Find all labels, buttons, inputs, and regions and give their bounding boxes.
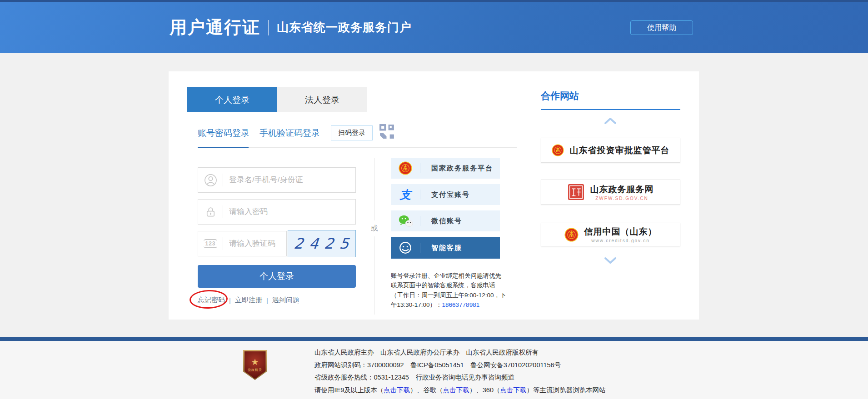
- username-input[interactable]: [223, 175, 355, 185]
- method-scan-login[interactable]: 扫码登录: [331, 125, 373, 140]
- brand: 用户通行证 山东省统一政务服务门户: [170, 2, 412, 53]
- or-divider: 或: [374, 158, 374, 315]
- username-field-group: [198, 167, 356, 193]
- customer-service-icon: [391, 240, 420, 255]
- footer-line-sponsor: 山东省人民政府主办 山东省人民政府办公厅承办 山东省人民政府版权所有: [314, 346, 605, 359]
- register-link[interactable]: 立即注册: [235, 296, 262, 305]
- tab-personal-login[interactable]: 个人登录: [187, 87, 277, 112]
- login-card: 个人登录 法人登录 账号密码登录 手机验证码登录 扫码登录: [169, 71, 699, 320]
- partners-panel: 合作网站: [541, 71, 680, 320]
- national-emblem-icon: [564, 228, 579, 242]
- or-text: 或: [370, 220, 379, 236]
- login-portal-page: 用户通行证 山东省统一政务服务门户 使用帮助 个人登录 法人登录 账号密码登录 …: [0, 0, 868, 405]
- captcha-image[interactable]: 2425: [288, 230, 356, 257]
- footer-line-hotline: 省级政务服务热线：0531-12345 行政业务咨询电话见办事咨询频道: [314, 371, 605, 384]
- chevron-up-icon[interactable]: [604, 117, 617, 125]
- red-seal-icon: [568, 184, 584, 200]
- link-separator: |: [229, 296, 231, 304]
- alt-login-national-platform[interactable]: 国家政务服务平台: [391, 158, 500, 179]
- alt-login-smart-service[interactable]: 智能客服: [391, 237, 500, 259]
- personal-login-button[interactable]: 个人登录: [198, 265, 356, 288]
- footer: ★ 党政机关 山东省人民政府主办 山东省人民政府办公厅承办 山东省人民政府版权所…: [0, 341, 868, 399]
- active-method-indicator: [198, 147, 249, 148]
- tab-corporate-login[interactable]: 法人登录: [277, 87, 367, 112]
- alipay-icon: 支: [391, 187, 420, 202]
- help-button[interactable]: 使用帮助: [630, 20, 693, 35]
- numbers-123-icon: 123: [198, 239, 223, 248]
- helper-links: 忘记密码 | 立即注册 | 遇到问题: [198, 296, 299, 305]
- government-badge-icon: ★ 党政机关: [243, 350, 267, 380]
- captcha-input[interactable]: [223, 239, 286, 248]
- chevron-down-icon[interactable]: [604, 257, 617, 264]
- forgot-password-link[interactable]: 忘记密码: [198, 296, 225, 305]
- footer-line-icp: 政府网站识别码：3700000092 鲁ICP备05051451 鲁公网安备37…: [314, 359, 605, 372]
- methods-underline: [198, 147, 517, 148]
- national-emblem-icon: [391, 161, 420, 175]
- password-input[interactable]: [223, 207, 355, 216]
- captcha-field-group: 123: [198, 231, 287, 256]
- service-note: 账号登录注册、企业绑定相关问题请优先联系页面中的智能客服系统，客服电话（工作日：…: [391, 271, 506, 310]
- alternative-login-list: 国家政务服务平台 支 支付宝账号: [391, 158, 500, 259]
- partner-site-credit-china[interactable]: 信用中国（山东） www.creditsd.gov.cn: [541, 223, 680, 246]
- method-sms-login[interactable]: 手机验证码登录: [259, 127, 320, 139]
- lock-icon: [198, 205, 223, 219]
- portal-subtitle: 山东省统一政务服务门户: [277, 20, 412, 35]
- national-emblem-icon: [552, 144, 564, 156]
- page-title: 用户通行证: [170, 16, 260, 39]
- download-link-ie[interactable]: 点击下载: [384, 386, 410, 394]
- footer-accent-bar: [0, 337, 868, 341]
- title-divider: [268, 20, 269, 35]
- service-phone-link[interactable]: 18663778981: [442, 301, 480, 308]
- partners-title: 合作网站: [541, 90, 579, 102]
- header: 用户通行证 山东省统一政务服务门户 使用帮助: [0, 2, 868, 53]
- password-field-group: [198, 199, 356, 225]
- user-icon: [198, 174, 223, 187]
- wechat-icon: [391, 215, 420, 227]
- footer-line-browsers: 请使用IE9及以上版本（点击下载）、谷歌（点击下载）、360（点击下载）等主流浏…: [314, 384, 605, 397]
- account-type-tabs: 个人登录 法人登录: [187, 87, 367, 112]
- download-link-chrome[interactable]: 点击下载: [443, 386, 469, 394]
- problem-link[interactable]: 遇到问题: [272, 296, 299, 305]
- alt-login-alipay[interactable]: 支 支付宝账号: [391, 184, 500, 205]
- download-link-360[interactable]: 点击下载: [500, 386, 526, 394]
- method-password-login[interactable]: 账号密码登录: [198, 127, 249, 139]
- alt-login-wechat[interactable]: 微信账号: [391, 210, 500, 231]
- qr-code-icon[interactable]: [379, 123, 395, 140]
- footer-text-block: 山东省人民政府主办 山东省人民政府办公厅承办 山东省人民政府版权所有 政府网站识…: [314, 346, 605, 396]
- partner-site-government-service[interactable]: 山东政务服务网 ZWFW.SD.GOV.CN: [541, 180, 680, 205]
- login-method-row: 账号密码登录 手机验证码登录 扫码登录: [198, 125, 395, 140]
- partner-site-investment-platform[interactable]: 山东省投资审批监管平台: [541, 138, 680, 163]
- link-separator: |: [266, 296, 268, 304]
- bottom-strip: [0, 399, 868, 405]
- captcha-digits: 2425: [288, 235, 355, 252]
- partners-title-underline: [541, 109, 680, 110]
